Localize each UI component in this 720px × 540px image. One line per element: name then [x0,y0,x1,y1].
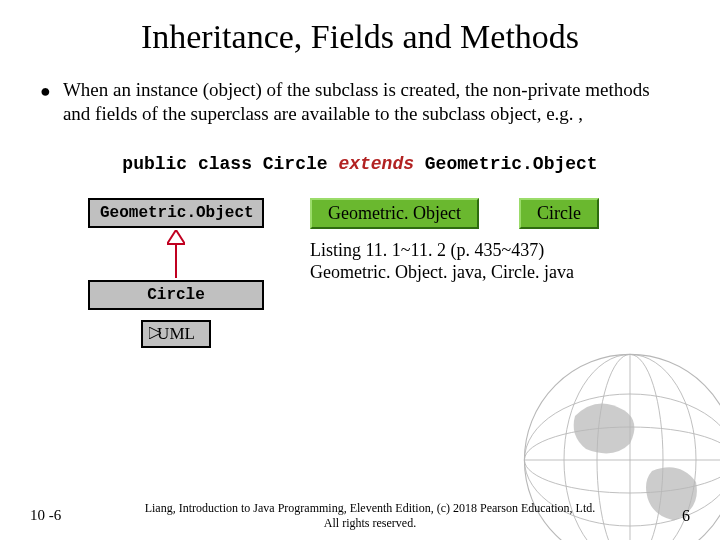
listing-line-1: Listing 11. 1~11. 2 (p. 435~437) [310,239,644,262]
keyword-extends: extends [338,154,414,174]
svg-point-4 [524,427,720,493]
uml-caption: UML [141,320,211,348]
bullet-dot: ● [40,78,51,104]
uml-superclass-box: Geometric.Object [88,198,264,228]
page-number-right: 6 [630,507,690,525]
button-geometric-object[interactable]: Geometric. Object [310,198,479,229]
bullet-item: ● When an instance (object) of the subcl… [40,78,680,126]
listing-line-2: Geometric. Object. java, Circle. java [310,261,644,284]
slide-footer: 10 -6 Liang, Introduction to Java Progra… [0,501,720,530]
uml-inheritance-arrow [167,230,185,278]
copyright-text: Liang, Introduction to Java Programming,… [110,501,630,530]
body-text: When an instance (object) of the subclas… [63,78,680,126]
code-declaration: public class Circle extends Geometric.Ob… [40,154,680,174]
button-circle[interactable]: Circle [519,198,599,229]
code-prefix: public class Circle [122,154,338,174]
uml-diagram: Geometric.Object Circle UML [76,198,276,348]
uml-subclass-box: Circle [88,280,264,310]
listing-reference: Listing 11. 1~11. 2 (p. 435~437) Geometr… [310,239,644,284]
svg-marker-2 [149,327,161,339]
uml-caption-text: UML [157,324,195,343]
svg-marker-0 [167,230,185,244]
slide-number-left: 10 -6 [30,507,110,524]
code-suffix: Geometric.Object [414,154,598,174]
slide-title: Inheritance, Fields and Methods [40,18,680,56]
play-icon [149,324,161,344]
